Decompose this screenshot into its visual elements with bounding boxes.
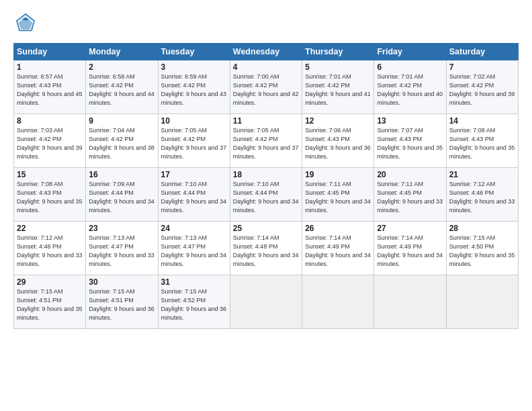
day-cell [230,275,302,329]
day-info: Sunrise: 7:03 AMSunset: 4:42 PMDaylight:… [17,126,83,161]
day-info: Sunrise: 7:08 AMSunset: 4:43 PMDaylight:… [17,180,83,215]
day-info: Sunrise: 7:05 AMSunset: 4:42 PMDaylight:… [233,126,299,161]
day-number: 22 [17,224,83,233]
day-cell: 2Sunrise: 6:58 AMSunset: 4:42 PMDaylight… [86,60,158,114]
day-number: 4 [233,62,299,72]
day-number: 1 [17,62,83,72]
logo-icon [15,12,36,34]
header-cell-monday: Monday [86,44,158,60]
day-info: Sunrise: 7:14 AMSunset: 4:49 PMDaylight:… [377,234,443,269]
day-number: 29 [17,277,83,287]
day-info: Sunrise: 7:12 AMSunset: 4:46 PMDaylight:… [449,180,515,215]
header-cell-friday: Friday [374,44,446,60]
day-number: 23 [89,224,154,233]
day-number: 27 [377,224,443,233]
day-cell: 7Sunrise: 7:02 AMSunset: 4:42 PMDaylight… [446,60,518,114]
day-cell [446,275,518,329]
day-number: 24 [161,224,227,233]
day-cell: 18Sunrise: 7:10 AMSunset: 4:44 PMDayligh… [230,168,302,222]
day-cell: 13Sunrise: 7:07 AMSunset: 4:43 PMDayligh… [374,114,446,168]
day-number: 20 [377,170,443,179]
header-cell-tuesday: Tuesday [158,44,230,60]
day-number: 19 [305,170,371,179]
day-info: Sunrise: 7:13 AMSunset: 4:47 PMDaylight:… [89,234,154,269]
day-info: Sunrise: 6:57 AMSunset: 4:43 PMDaylight:… [17,73,83,107]
day-number: 13 [377,116,443,126]
day-cell: 22Sunrise: 7:12 AMSunset: 4:46 PMDayligh… [14,222,86,275]
day-number: 10 [161,116,227,126]
day-number: 17 [161,170,227,179]
day-cell: 6Sunrise: 7:01 AMSunset: 4:42 PMDaylight… [374,60,446,114]
day-number: 6 [377,62,443,72]
day-number: 30 [89,277,154,287]
calendar-table: SundayMondayTuesdayWednesdayThursdayFrid… [13,43,519,329]
day-info: Sunrise: 6:58 AMSunset: 4:42 PMDaylight:… [89,73,154,107]
day-info: Sunrise: 7:12 AMSunset: 4:46 PMDaylight:… [17,234,83,269]
day-number: 31 [161,277,227,287]
day-cell: 16Sunrise: 7:09 AMSunset: 4:44 PMDayligh… [86,168,158,222]
day-info: Sunrise: 7:04 AMSunset: 4:42 PMDaylight:… [89,126,154,161]
day-number: 7 [449,62,515,72]
day-cell: 17Sunrise: 7:10 AMSunset: 4:44 PMDayligh… [158,168,230,222]
header-cell-sunday: Sunday [14,44,86,60]
logo [13,12,36,36]
day-info: Sunrise: 7:14 AMSunset: 4:49 PMDaylight:… [305,234,371,269]
day-cell [374,275,446,329]
day-number: 25 [233,224,299,233]
day-number: 26 [305,224,371,233]
day-number: 9 [89,116,154,126]
day-info: Sunrise: 7:06 AMSunset: 4:43 PMDaylight:… [305,126,371,161]
day-cell: 10Sunrise: 7:05 AMSunset: 4:42 PMDayligh… [158,114,230,168]
day-info: Sunrise: 7:13 AMSunset: 4:47 PMDaylight:… [161,234,227,269]
day-info: Sunrise: 7:15 AMSunset: 4:51 PMDaylight:… [17,287,83,322]
day-info: Sunrise: 7:10 AMSunset: 4:44 PMDaylight:… [161,180,227,215]
header-cell-saturday: Saturday [446,44,518,60]
day-number: 21 [449,170,515,179]
day-number: 8 [17,116,83,126]
day-info: Sunrise: 6:59 AMSunset: 4:42 PMDaylight:… [161,73,227,107]
day-cell: 5Sunrise: 7:01 AMSunset: 4:42 PMDaylight… [302,60,374,114]
day-info: Sunrise: 7:11 AMSunset: 4:45 PMDaylight:… [377,180,443,215]
day-cell: 19Sunrise: 7:11 AMSunset: 4:45 PMDayligh… [302,168,374,222]
header-row: SundayMondayTuesdayWednesdayThursdayFrid… [14,44,519,60]
week-row-2: 8Sunrise: 7:03 AMSunset: 4:42 PMDaylight… [14,114,519,168]
day-number: 18 [233,170,299,179]
day-info: Sunrise: 7:14 AMSunset: 4:48 PMDaylight:… [233,234,299,269]
day-cell: 30Sunrise: 7:15 AMSunset: 4:51 PMDayligh… [86,275,158,329]
day-cell: 11Sunrise: 7:05 AMSunset: 4:42 PMDayligh… [230,114,302,168]
day-info: Sunrise: 7:07 AMSunset: 4:43 PMDaylight:… [377,126,443,161]
week-row-5: 29Sunrise: 7:15 AMSunset: 4:51 PMDayligh… [14,275,519,329]
day-cell: 28Sunrise: 7:15 AMSunset: 4:50 PMDayligh… [446,222,518,275]
day-cell [302,275,374,329]
day-cell: 27Sunrise: 7:14 AMSunset: 4:49 PMDayligh… [374,222,446,275]
header-cell-wednesday: Wednesday [230,44,302,60]
day-number: 11 [233,116,299,126]
day-info: Sunrise: 7:05 AMSunset: 4:42 PMDaylight:… [161,126,227,161]
day-cell: 29Sunrise: 7:15 AMSunset: 4:51 PMDayligh… [14,275,86,329]
day-info: Sunrise: 7:02 AMSunset: 4:42 PMDaylight:… [449,73,515,107]
day-number: 5 [305,62,371,72]
day-info: Sunrise: 7:01 AMSunset: 4:42 PMDaylight:… [305,73,371,107]
day-cell: 15Sunrise: 7:08 AMSunset: 4:43 PMDayligh… [14,168,86,222]
day-cell: 12Sunrise: 7:06 AMSunset: 4:43 PMDayligh… [302,114,374,168]
day-info: Sunrise: 7:00 AMSunset: 4:42 PMDaylight:… [233,73,299,107]
week-row-4: 22Sunrise: 7:12 AMSunset: 4:46 PMDayligh… [14,222,519,275]
day-number: 3 [161,62,227,72]
day-number: 28 [449,224,515,233]
day-cell: 9Sunrise: 7:04 AMSunset: 4:42 PMDaylight… [86,114,158,168]
day-number: 14 [449,116,515,126]
week-row-1: 1Sunrise: 6:57 AMSunset: 4:43 PMDaylight… [14,60,519,114]
day-cell: 23Sunrise: 7:13 AMSunset: 4:47 PMDayligh… [86,222,158,275]
day-info: Sunrise: 7:15 AMSunset: 4:51 PMDaylight:… [89,287,154,322]
week-row-3: 15Sunrise: 7:08 AMSunset: 4:43 PMDayligh… [14,168,519,222]
day-info: Sunrise: 7:01 AMSunset: 4:42 PMDaylight:… [377,73,443,107]
day-cell: 20Sunrise: 7:11 AMSunset: 4:45 PMDayligh… [374,168,446,222]
day-cell: 24Sunrise: 7:13 AMSunset: 4:47 PMDayligh… [158,222,230,275]
day-info: Sunrise: 7:15 AMSunset: 4:52 PMDaylight:… [161,287,227,322]
day-cell: 8Sunrise: 7:03 AMSunset: 4:42 PMDaylight… [14,114,86,168]
day-number: 16 [89,170,154,179]
day-info: Sunrise: 7:08 AMSunset: 4:43 PMDaylight:… [449,126,515,161]
header-cell-thursday: Thursday [302,44,374,60]
day-cell: 3Sunrise: 6:59 AMSunset: 4:42 PMDaylight… [158,60,230,114]
header [13,12,519,36]
